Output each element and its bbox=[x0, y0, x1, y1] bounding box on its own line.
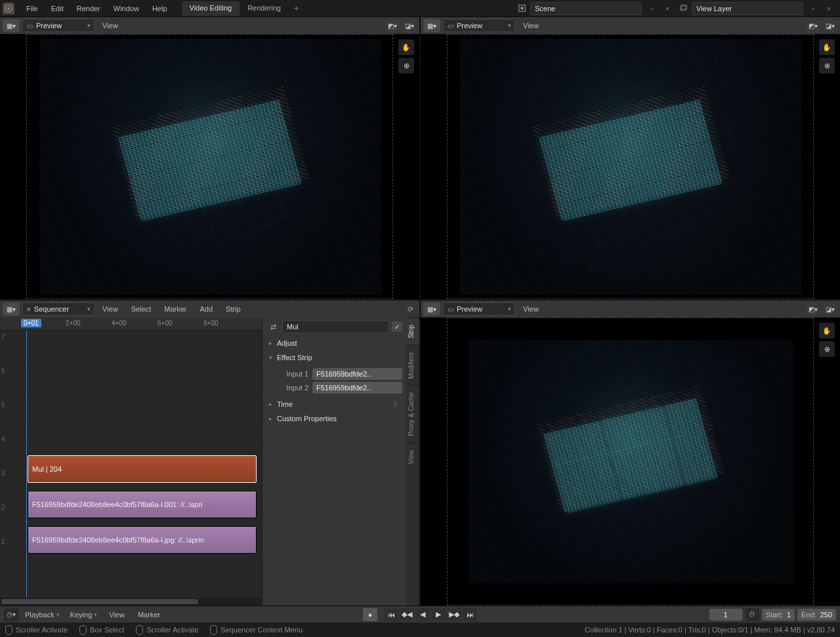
strip-mute-checkbox[interactable]: ✓ bbox=[392, 321, 402, 332]
menu-strip[interactable]: Strip bbox=[220, 302, 246, 316]
svg-point-2 bbox=[520, 7, 524, 10]
display-channels-icon[interactable]: ◩▾ bbox=[385, 19, 400, 32]
menu-select[interactable]: Select bbox=[126, 302, 157, 316]
sidebar-tab-view[interactable]: View bbox=[406, 443, 419, 471]
effect-strip-multiply[interactable]: Mul | 204 bbox=[28, 455, 257, 483]
overlay-toggle-icon[interactable]: ◪▾ bbox=[402, 19, 417, 32]
end-frame-field[interactable]: End:250 bbox=[797, 609, 836, 621]
status-hint-2: Box Select bbox=[79, 625, 125, 635]
scene-delete-icon[interactable]: × bbox=[662, 3, 673, 14]
preview-viewport-bottom[interactable]: ✋ ⊕ bbox=[421, 318, 840, 606]
sequencer-mode-select[interactable]: ≡Sequencer bbox=[22, 302, 94, 316]
menu-file[interactable]: File bbox=[20, 2, 45, 15]
menu-marker[interactable]: Marker bbox=[159, 302, 192, 316]
input1-value[interactable]: F516959bdfde2.. bbox=[312, 368, 402, 380]
zoom-icon[interactable]: ⊕ bbox=[398, 58, 414, 73]
auto-keying-button[interactable]: ● bbox=[363, 608, 377, 621]
add-workspace-button[interactable]: + bbox=[289, 1, 304, 16]
preview-left-header: ▦▾ ▭Preview View ◩▾ ◪▾ bbox=[0, 17, 419, 34]
image-strip-2[interactable]: F516959bdfde2408eb8ee4c0bf57f8a6a-l.jpg:… bbox=[28, 526, 257, 554]
jump-prev-keyframe-button[interactable]: ◆◀ bbox=[400, 608, 414, 621]
input2-value[interactable]: F516959bdfde2.. bbox=[312, 382, 402, 394]
viewlayer-delete-icon[interactable]: × bbox=[823, 3, 835, 14]
ruler-tick: 2+00 bbox=[66, 319, 81, 327]
viewlayer-field[interactable]: View Layer bbox=[692, 2, 803, 15]
menu-keying[interactable]: Keying bbox=[66, 608, 102, 621]
rendered-image bbox=[460, 39, 801, 295]
menu-view[interactable]: View bbox=[518, 19, 544, 32]
play-button[interactable]: ▶ bbox=[431, 608, 446, 621]
preview-viewport-left[interactable]: ✋ ⊕ bbox=[0, 34, 419, 299]
image-strip-1[interactable]: F516959bdfde2408eb8ee4c0bf57f8a6a-l.001:… bbox=[28, 491, 257, 518]
menu-view[interactable]: View bbox=[104, 608, 130, 621]
strip-type-icon[interactable]: ⇄ bbox=[266, 320, 280, 333]
ruler-tick: 8+00 bbox=[203, 319, 219, 327]
preview-mode-select[interactable]: ▭Preview bbox=[443, 19, 515, 32]
use-preview-range-icon[interactable]: ⏱ bbox=[745, 608, 759, 621]
scene-field[interactable]: Scene bbox=[530, 2, 642, 15]
input2-label: Input 2 bbox=[274, 384, 308, 392]
zoom-icon[interactable]: ⊕ bbox=[819, 341, 835, 357]
jump-start-button[interactable]: ⏮ bbox=[384, 608, 398, 621]
jump-next-keyframe-button[interactable]: ▶◆ bbox=[447, 608, 461, 621]
scene-browse-icon[interactable] bbox=[516, 3, 528, 14]
preview-mode-select[interactable]: ▭Preview bbox=[443, 302, 515, 316]
playhead-line[interactable] bbox=[26, 331, 27, 598]
zoom-icon[interactable]: ⊕ bbox=[819, 58, 835, 73]
sequencer-sidebar: ⇄ Mul ✓ ▸Adjust ▾Effect Strip Input 1 F5… bbox=[262, 318, 419, 606]
display-channels-icon[interactable]: ◩▾ bbox=[806, 19, 820, 32]
editor-type-icon[interactable]: ▦▾ bbox=[3, 19, 20, 32]
pan-icon[interactable]: ✋ bbox=[398, 39, 414, 55]
section-adjust[interactable]: ▸Adjust bbox=[266, 336, 402, 350]
current-frame-field[interactable]: 1 bbox=[709, 609, 742, 621]
scrollbar-thumb[interactable] bbox=[1, 599, 198, 604]
display-channels-icon[interactable]: ◩▾ bbox=[806, 302, 820, 316]
track-number: 3 bbox=[1, 470, 5, 477]
track-number: 6 bbox=[1, 367, 5, 375]
scene-new-icon[interactable]: ▫ bbox=[646, 3, 658, 14]
menu-add[interactable]: Add bbox=[194, 302, 218, 316]
horizontal-scrollbar[interactable] bbox=[0, 598, 262, 606]
editor-type-icon[interactable]: ▦▾ bbox=[423, 19, 440, 32]
editor-type-icon[interactable]: ▦▾ bbox=[423, 302, 440, 316]
preview-mode-select[interactable]: ▭Preview bbox=[22, 19, 94, 32]
overlay-toggle-icon[interactable]: ◪▾ bbox=[823, 19, 837, 32]
start-frame-field[interactable]: Start:1 bbox=[762, 609, 795, 621]
section-time[interactable]: ▸Time⚲ bbox=[266, 397, 402, 411]
menu-view[interactable]: View bbox=[97, 19, 123, 32]
jump-end-button[interactable]: ⏭ bbox=[463, 608, 477, 621]
playhead-label: 0+01 bbox=[21, 319, 41, 327]
sidebar-tab-proxy-cache[interactable]: Proxy & Cache bbox=[406, 385, 419, 443]
sidebar-tab-strip[interactable]: Strip bbox=[406, 318, 419, 345]
preview-viewport-right[interactable]: ✋ ⊕ bbox=[421, 34, 840, 299]
overlay-toggle-icon[interactable]: ◪▾ bbox=[823, 302, 837, 316]
workspace-tab-video-editing[interactable]: Video Editing bbox=[182, 1, 240, 16]
menu-marker[interactable]: Marker bbox=[133, 608, 165, 621]
play-reverse-button[interactable]: ◀ bbox=[415, 608, 430, 621]
menu-help[interactable]: Help bbox=[146, 2, 174, 15]
menu-edit[interactable]: Edit bbox=[45, 2, 70, 15]
workspace-tab-rendering[interactable]: Rendering bbox=[240, 1, 289, 16]
viewlayer-new-icon[interactable]: ▫ bbox=[807, 3, 819, 14]
pan-icon[interactable]: ✋ bbox=[819, 39, 835, 55]
menu-view[interactable]: View bbox=[97, 302, 123, 316]
sequencer-header: ▦▾ ≡Sequencer View Select Marker Add Str… bbox=[0, 300, 419, 318]
editor-type-icon[interactable]: ▦▾ bbox=[3, 302, 20, 316]
section-effect-strip[interactable]: ▾Effect Strip bbox=[266, 350, 402, 365]
rendered-image bbox=[39, 39, 381, 295]
sequencer-tracks[interactable]: 7 6 5 4 3 2 1 Mul | 204 F516959bdfde2408… bbox=[0, 331, 262, 598]
menu-window[interactable]: Window bbox=[107, 2, 146, 15]
menu-playback[interactable]: Playback bbox=[21, 608, 64, 621]
sequencer-ruler[interactable]: 0+01 2+00 4+00 6+00 8+00 bbox=[0, 318, 262, 331]
pan-icon[interactable]: ✋ bbox=[819, 323, 835, 339]
track-number: 2 bbox=[1, 504, 5, 511]
menu-render[interactable]: Render bbox=[70, 2, 107, 15]
editor-type-icon[interactable]: ◷▾ bbox=[4, 608, 18, 621]
viewlayer-browse-icon[interactable] bbox=[677, 3, 689, 14]
refresh-sequencer-icon[interactable]: ⟳ bbox=[404, 302, 417, 316]
section-custom-properties[interactable]: ▸Custom Properties bbox=[266, 411, 402, 426]
strip-name-field[interactable]: Mul bbox=[282, 320, 389, 333]
scene-name: Scene bbox=[535, 5, 555, 12]
sidebar-tab-modifiers[interactable]: Modifiers bbox=[406, 345, 419, 386]
menu-view[interactable]: View bbox=[518, 302, 544, 316]
